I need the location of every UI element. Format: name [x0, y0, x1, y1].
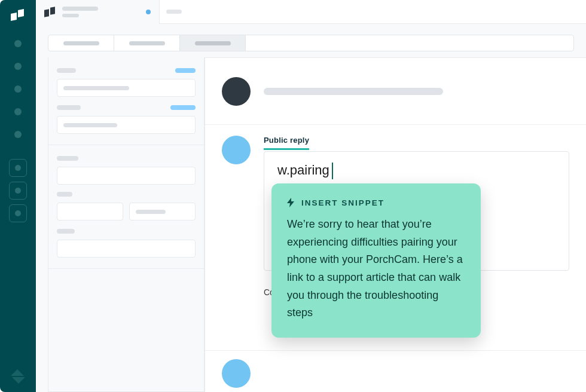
message-header	[205, 58, 586, 125]
field-input-1[interactable]	[57, 79, 196, 97]
rail-item-boxed-3[interactable]	[9, 204, 27, 222]
tab-icon	[44, 7, 56, 17]
tab-status-dot-icon[interactable]	[146, 10, 151, 14]
workspace-tab-active[interactable]	[36, 0, 160, 24]
field-input-4b[interactable]	[129, 203, 196, 220]
requester-avatar[interactable]	[222, 77, 251, 106]
subtab-2[interactable]	[114, 35, 180, 51]
rail-item-5[interactable]	[9, 125, 27, 143]
rail-item-boxed-1[interactable]	[9, 159, 27, 177]
snippet-body: We’re sorry to hear that you’re experien…	[287, 216, 465, 322]
rail-item-3[interactable]	[9, 80, 27, 98]
nav-rail	[0, 0, 36, 392]
field-input-2[interactable]	[57, 116, 196, 134]
zendesk-logo-icon	[11, 369, 25, 384]
field-label	[57, 68, 76, 73]
field-action[interactable]	[170, 105, 196, 110]
next-message-strip	[205, 350, 586, 392]
insert-snippet-popover[interactable]: INSERT SNIPPET We’re sorry to hear that …	[271, 183, 481, 338]
new-tab-button[interactable]	[160, 4, 188, 20]
snippet-title: INSERT SNIPPET	[301, 198, 384, 207]
tab-title-placeholder	[62, 7, 98, 17]
field-input-4a[interactable]	[57, 203, 123, 220]
rail-item-boxed-2[interactable]	[9, 182, 27, 200]
field-action[interactable]	[175, 68, 196, 73]
header	[36, 0, 586, 24]
agent-avatar[interactable]	[222, 136, 251, 164]
subtab-3-selected[interactable]	[180, 35, 246, 51]
field-input-5[interactable]	[57, 240, 196, 258]
field-label	[57, 156, 78, 161]
app-viewport: Public reply w.pairing Co INSERT SNIPPET…	[0, 0, 586, 392]
field-label	[57, 192, 72, 197]
rail-item-2[interactable]	[9, 57, 27, 75]
field-label	[57, 229, 75, 234]
app-logo-icon[interactable]	[11, 10, 25, 24]
field-label	[57, 105, 81, 110]
agent-avatar-next[interactable]	[222, 359, 251, 388]
details-section-2	[48, 145, 204, 269]
details-section-1	[48, 57, 204, 145]
rail-item-1[interactable]	[9, 35, 27, 53]
lightning-bolt-icon	[287, 198, 295, 207]
subtab-strip	[48, 35, 574, 51]
text-caret	[332, 163, 333, 179]
reply-tab-public[interactable]: Public reply	[264, 136, 309, 150]
subtab-1[interactable]	[48, 35, 114, 51]
ticket-details-panel	[48, 57, 205, 392]
editor-typed-text: w.pairing	[277, 163, 329, 178]
subject-placeholder	[264, 88, 443, 95]
field-input-3[interactable]	[57, 167, 196, 185]
rail-item-4[interactable]	[9, 103, 27, 121]
